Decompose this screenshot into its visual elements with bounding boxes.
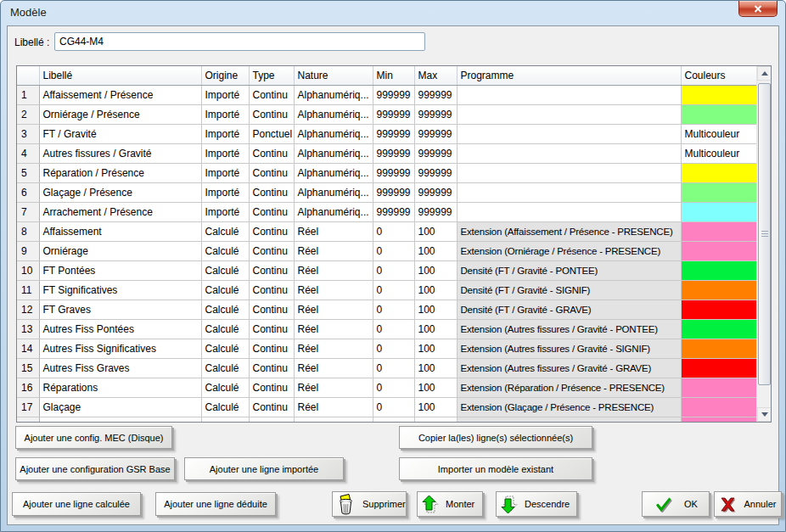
color-cell[interactable]: [681, 221, 756, 241]
cell-origine[interactable]: Calculé: [201, 221, 249, 241]
table-row[interactable]: 6Glaçage / PrésenceImportéContinuAlphanu…: [17, 182, 756, 202]
cell-max[interactable]: 100: [414, 280, 457, 300]
cell-libelle[interactable]: Orniérage: [39, 241, 201, 260]
color-cell[interactable]: [681, 319, 756, 339]
cell-origine[interactable]: Calculé: [201, 417, 249, 422]
cell-programme[interactable]: [457, 163, 681, 182]
ok-button[interactable]: OK: [642, 491, 710, 517]
cancel-button[interactable]: Annuler: [714, 491, 782, 517]
cell-nature[interactable]: Alphanumériq...: [294, 143, 373, 163]
cell-libelle[interactable]: Autres Fiss Significatives: [39, 339, 201, 358]
column-header[interactable]: Min: [373, 66, 414, 85]
scrollbar-thumb[interactable]: [758, 83, 771, 385]
cell-nature[interactable]: Alphanumériq...: [294, 182, 373, 202]
cell-nature[interactable]: Réel: [294, 417, 373, 422]
cell-max[interactable]: 100: [414, 319, 457, 339]
table-row[interactable]: 10FT PontéesCalculéContinuRéel0100Densit…: [17, 260, 756, 280]
color-cell[interactable]: [681, 358, 756, 378]
table-row[interactable]: 16RéparationsCalculéContinuRéel0100Exten…: [17, 378, 756, 397]
cell-max[interactable]: 100: [414, 300, 457, 319]
cell-origine[interactable]: Calculé: [201, 319, 249, 339]
cell-programme[interactable]: [457, 104, 681, 124]
cell-nature[interactable]: Réel: [294, 397, 373, 417]
cell-origine[interactable]: Calculé: [201, 378, 249, 397]
row-number[interactable]: 11: [17, 280, 39, 300]
column-header[interactable]: Couleurs: [681, 66, 756, 85]
cell-min[interactable]: 999999: [373, 202, 414, 221]
cell-programme[interactable]: [457, 143, 681, 163]
cell-libelle[interactable]: Autres Fiss Graves: [39, 358, 201, 378]
cell-libelle[interactable]: Glaçage: [39, 397, 201, 417]
color-cell[interactable]: [681, 300, 756, 319]
cell-nature[interactable]: Réel: [294, 358, 373, 378]
color-cell[interactable]: [681, 241, 756, 260]
add-config-mec-button[interactable]: Ajouter une config. MEC (Disque): [15, 426, 172, 449]
cell-origine[interactable]: Calculé: [201, 397, 249, 417]
scroll-down-button[interactable]: [757, 407, 772, 422]
cell-nature[interactable]: Alphanumériq...: [294, 202, 373, 221]
cell-nature[interactable]: Réel: [294, 339, 373, 358]
color-cell[interactable]: [681, 163, 756, 182]
table-row[interactable]: 17GlaçageCalculéContinuRéel0100Extension…: [17, 397, 756, 417]
scroll-up-button[interactable]: [757, 66, 772, 81]
cell-programme[interactable]: Extension (Affaissement / Présence - PRE…: [457, 221, 681, 241]
cell-libelle[interactable]: FT Graves: [39, 300, 201, 319]
cell-min[interactable]: 0: [373, 358, 414, 378]
cell-libelle[interactable]: Autres Fiss Pontées: [39, 319, 201, 339]
cell-nature[interactable]: Réel: [294, 378, 373, 397]
row-number[interactable]: 8: [17, 221, 39, 241]
row-number[interactable]: 12: [17, 300, 39, 319]
column-header[interactable]: Libellé: [39, 66, 201, 85]
cell-max[interactable]: 100: [414, 417, 457, 422]
title-bar[interactable]: Modèle: [1, 1, 785, 25]
column-header[interactable]: Programme: [457, 66, 681, 85]
cell-max[interactable]: 999999: [414, 104, 457, 124]
cell-origine[interactable]: Importé: [201, 202, 249, 221]
cell-type[interactable]: Continu: [249, 260, 294, 280]
cell-max[interactable]: 100: [414, 339, 457, 358]
move-down-button[interactable]: Descendre: [496, 491, 577, 517]
cell-programme[interactable]: [457, 202, 681, 221]
row-number[interactable]: 15: [17, 358, 39, 378]
libelle-input[interactable]: [54, 32, 425, 51]
column-header[interactable]: [17, 66, 39, 85]
cell-libelle[interactable]: FT Pontées: [39, 260, 201, 280]
cell-min[interactable]: 999999: [373, 182, 414, 202]
color-cell[interactable]: Multicouleur: [681, 143, 756, 163]
cell-max[interactable]: 100: [414, 358, 457, 378]
cell-max[interactable]: 999999: [414, 202, 457, 221]
cell-nature[interactable]: Alphanumériq...: [294, 163, 373, 182]
cell-origine[interactable]: Calculé: [201, 300, 249, 319]
color-cell[interactable]: [681, 339, 756, 358]
cell-max[interactable]: 100: [414, 241, 457, 260]
cell-min[interactable]: 999999: [373, 104, 414, 124]
cell-programme[interactable]: [457, 182, 681, 202]
cell-nature[interactable]: Alphanumériq...: [294, 124, 373, 143]
table-row[interactable]: 13Autres Fiss PontéesCalculéContinuRéel0…: [17, 319, 756, 339]
table-row[interactable]: 3FT / GravitéImportéPonctuelAlphanumériq…: [17, 124, 756, 143]
column-header[interactable]: Max: [414, 66, 457, 85]
color-cell[interactable]: [681, 397, 756, 417]
column-header[interactable]: Nature: [294, 66, 373, 85]
cell-programme[interactable]: [457, 85, 681, 104]
cell-type[interactable]: Continu: [249, 182, 294, 202]
table-row[interactable]: 7Arrachement / PrésenceImportéContinuAlp…: [17, 202, 756, 221]
cell-nature[interactable]: Alphanumériq...: [294, 85, 373, 104]
color-cell[interactable]: Multicouleur: [681, 124, 756, 143]
color-cell[interactable]: [681, 202, 756, 221]
cell-type[interactable]: Continu: [249, 378, 294, 397]
cell-min[interactable]: 999999: [373, 124, 414, 143]
cell-type[interactable]: Continu: [249, 358, 294, 378]
table-row[interactable]: 9OrniérageCalculéContinuRéel0100Extensio…: [17, 241, 756, 260]
color-cell[interactable]: [681, 260, 756, 280]
cell-nature[interactable]: Réel: [294, 319, 373, 339]
cell-max[interactable]: 999999: [414, 85, 457, 104]
cell-libelle[interactable]: Autres fissures / Gravité: [39, 143, 201, 163]
copy-selected-lines-button[interactable]: Copier la(les) ligne(s) sélectionnée(s): [399, 426, 592, 449]
table-row[interactable]: 2Orniérage / PrésenceImportéContinuAlpha…: [17, 104, 756, 124]
cell-min[interactable]: 0: [373, 300, 414, 319]
color-cell[interactable]: [681, 378, 756, 397]
cell-type[interactable]: Continu: [249, 280, 294, 300]
row-number[interactable]: 9: [17, 241, 39, 260]
cell-nature[interactable]: Réel: [294, 300, 373, 319]
